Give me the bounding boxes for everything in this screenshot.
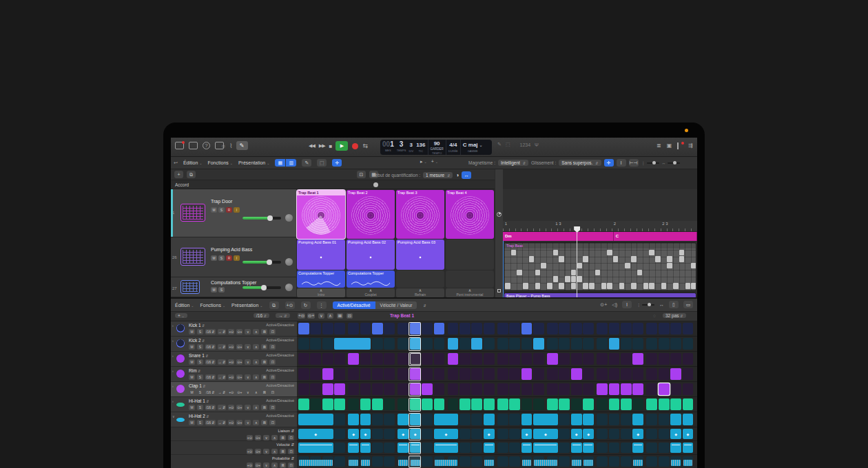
step-grid-row[interactable]: ◆◆◆◆◆◆◆◆◆◆◆◆◆◆ xyxy=(297,427,697,441)
row-note-out-button[interactable]: ⊙+ xyxy=(236,420,242,425)
mixer-icon[interactable]: ⌇ xyxy=(229,142,232,149)
step-cell-off[interactable] xyxy=(659,338,670,350)
step-cell-off[interactable] xyxy=(571,323,582,334)
bar-ruler[interactable]: 11 322 3 xyxy=(503,221,697,232)
step-cell-off[interactable] xyxy=(459,414,471,425)
step-cell-off[interactable] xyxy=(559,338,570,350)
step-cell-off[interactable] xyxy=(597,368,608,380)
step-cell-on[interactable] xyxy=(670,414,681,425)
step-cell-off[interactable] xyxy=(384,443,395,453)
step-cell-on[interactable] xyxy=(334,398,345,410)
step-cell-on[interactable] xyxy=(360,398,371,410)
step-cell-on[interactable]: ◆ xyxy=(632,429,643,439)
step-cell-off[interactable] xyxy=(459,443,471,453)
step-cell-off[interactable] xyxy=(448,398,459,410)
step-cell-off[interactable] xyxy=(609,429,620,439)
step-cell-off[interactable] xyxy=(348,323,359,334)
forward-button[interactable]: ▶▶ xyxy=(319,143,325,149)
step-cell-off[interactable] xyxy=(459,368,471,380)
step-cell-off[interactable] xyxy=(621,443,632,453)
performance-icon[interactable]: ◑ xyxy=(455,172,459,178)
subrow-note-in-button[interactable]: +⊙ xyxy=(247,435,253,440)
step-cell-on[interactable] xyxy=(597,383,608,395)
track-m-button[interactable]: M xyxy=(211,207,217,213)
step-cell-off[interactable] xyxy=(533,383,544,395)
add-row-button[interactable]: + ⌄ xyxy=(175,313,187,318)
step-cell-off[interactable] xyxy=(597,353,608,365)
subrow-down-button[interactable]: ∨ xyxy=(263,449,269,454)
volume-slider[interactable] xyxy=(242,217,281,220)
step-cell-off[interactable] xyxy=(659,443,670,453)
row-up-button[interactable]: ∧ xyxy=(253,359,259,365)
step-cell-off[interactable] xyxy=(621,323,632,334)
step-cell-off[interactable] xyxy=(310,398,321,410)
step-cell-off[interactable] xyxy=(497,383,508,395)
step-cell-on[interactable] xyxy=(484,456,495,467)
step-cell-off[interactable] xyxy=(683,353,694,365)
step-cell-on[interactable] xyxy=(334,338,371,350)
row-playmode-select[interactable]: → ⇵ xyxy=(218,374,227,380)
step-cell-off[interactable] xyxy=(646,414,657,425)
step-grid-row[interactable] xyxy=(297,412,697,427)
step-cell-on[interactable] xyxy=(448,353,459,365)
step-cell-on[interactable] xyxy=(533,456,558,467)
menu-edition-steps[interactable]: Édition ⌄ xyxy=(175,303,194,308)
row-playmode-select[interactable]: → ⇵ xyxy=(218,359,227,365)
step-grid-row[interactable] xyxy=(297,352,697,367)
step-grid-row[interactable] xyxy=(297,321,697,337)
menu-edition-loops[interactable]: Édition ⌄ xyxy=(183,160,203,165)
step-cell-on[interactable] xyxy=(521,414,533,425)
step-grid-row[interactable] xyxy=(297,382,697,397)
row-m-button[interactable]: M xyxy=(189,344,195,350)
step-cell-off[interactable] xyxy=(397,383,409,395)
step-cell-on[interactable]: ◆ xyxy=(484,429,495,439)
subrow-up-button[interactable]: ∧ xyxy=(271,462,278,468)
step-cell-on[interactable] xyxy=(632,383,643,395)
step-cell-on[interactable] xyxy=(471,398,482,410)
row-rate-select[interactable]: /16 ⇵ xyxy=(205,390,216,395)
track-i-button[interactable]: I xyxy=(234,207,240,213)
step-cell-on[interactable] xyxy=(559,398,570,410)
add-track-button[interactable]: + xyxy=(174,171,183,178)
step-cell-on[interactable] xyxy=(521,456,533,467)
step-cell-off[interactable] xyxy=(484,383,495,395)
loop-cell[interactable]: Trap Beat 3 xyxy=(396,190,444,239)
step-cell-on[interactable] xyxy=(497,398,508,410)
row-up-button[interactable]: ∧ xyxy=(253,405,259,410)
row-fill-button[interactable]: ⊡ xyxy=(269,374,276,380)
subrow-fill-button[interactable]: ⊡ xyxy=(288,462,294,468)
step-cell-off[interactable] xyxy=(422,414,433,425)
hzoom-icon[interactable]: ↔ xyxy=(659,302,664,307)
row-playmode-select[interactable]: → ⇵ xyxy=(218,420,227,425)
step-cell-off[interactable] xyxy=(422,429,433,439)
step-cell-off[interactable] xyxy=(533,368,544,380)
row-m-button[interactable]: M xyxy=(189,359,195,365)
row-rate-select[interactable]: /16 ⇵ xyxy=(205,420,216,425)
share-output-icon[interactable]: ⇶ xyxy=(688,142,693,149)
step-cell-off[interactable] xyxy=(646,323,657,334)
step-cell-off[interactable] xyxy=(348,368,359,380)
step-cell-on[interactable]: ◆ xyxy=(348,429,359,439)
step-cell-off[interactable] xyxy=(310,383,321,395)
row-s-button[interactable]: S xyxy=(197,390,203,395)
step-cell-on[interactable] xyxy=(583,456,594,467)
fill-button[interactable]: ⊡ xyxy=(347,313,353,319)
step-cell-on[interactable] xyxy=(621,383,632,395)
step-cell-on[interactable]: ◆ xyxy=(298,429,333,439)
step-cell-off[interactable] xyxy=(583,338,594,350)
step-cell-off[interactable] xyxy=(471,323,482,334)
step-cell-on[interactable] xyxy=(298,443,333,453)
step-cell-off[interactable] xyxy=(571,338,582,350)
duplicate-track-button[interactable]: ⧉ xyxy=(187,171,196,178)
step-cell-off[interactable] xyxy=(559,456,570,467)
step-cell-off[interactable] xyxy=(659,323,670,334)
step-cell-on[interactable] xyxy=(422,398,433,410)
stop-button[interactable]: ■ xyxy=(329,143,332,149)
quantize-select[interactable]: 1 mesure⇵ xyxy=(423,172,453,178)
step-cell-off[interactable] xyxy=(646,383,657,395)
step-cell-on[interactable] xyxy=(360,414,371,425)
pointer-tool-select[interactable]: ▸ ⌄ xyxy=(420,159,427,164)
note-out-button[interactable]: ⊙+ xyxy=(307,313,315,319)
step-cell-off[interactable] xyxy=(509,353,520,365)
track-header-row[interactable]: 27Computations TopperMS xyxy=(171,277,296,297)
